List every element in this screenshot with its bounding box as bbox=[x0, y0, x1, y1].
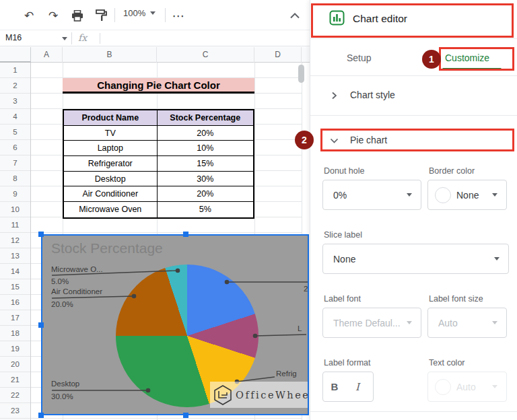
fx-icon: fx bbox=[78, 32, 87, 43]
zoom-level: 100% bbox=[123, 8, 145, 18]
chevron-down-icon bbox=[492, 385, 497, 388]
table-row: TV20% bbox=[64, 126, 253, 141]
row-header-8[interactable]: 8 bbox=[0, 171, 30, 186]
paint-format-icon[interactable] bbox=[93, 7, 110, 24]
tab-setup[interactable]: Setup bbox=[347, 53, 372, 63]
chart-label-desktop-pct: 30.0% bbox=[51, 392, 73, 400]
row-header-20[interactable]: 20 bbox=[0, 357, 30, 372]
table-cell[interactable]: 15% bbox=[158, 156, 253, 172]
annotation-badge-2: 2 bbox=[295, 131, 314, 149]
row-header-column: 1234567891011121314151617181920212223 bbox=[0, 63, 31, 420]
table-cell[interactable]: Desktop bbox=[64, 172, 158, 187]
row-header-1[interactable]: 1 bbox=[0, 63, 30, 78]
select-all-corner[interactable] bbox=[0, 47, 31, 63]
table-cell[interactable]: 20% bbox=[158, 186, 253, 202]
table-header-row: Product NameStock Percentage bbox=[64, 110, 253, 126]
bold-button[interactable]: B bbox=[323, 381, 346, 392]
row-header-15[interactable]: 15 bbox=[0, 279, 30, 295]
chevron-down-icon bbox=[492, 321, 497, 324]
row-header-18[interactable]: 18 bbox=[0, 326, 30, 341]
tab-customize[interactable]: Customize bbox=[445, 53, 489, 63]
watermark-text: OfficeWheel bbox=[236, 390, 309, 400]
panel-title: Chart editor bbox=[353, 13, 407, 25]
label-format-group: B I bbox=[322, 372, 374, 402]
row-header-17[interactable]: 17 bbox=[0, 310, 30, 326]
row-header-14[interactable]: 14 bbox=[0, 264, 30, 279]
table-cell[interactable]: Laptop bbox=[64, 141, 158, 156]
row-header-9[interactable]: 9 bbox=[0, 186, 30, 202]
separator bbox=[100, 33, 100, 44]
table-cell[interactable]: 10% bbox=[158, 141, 253, 156]
row-header-12[interactable]: 12 bbox=[0, 233, 30, 248]
collapse-toolbar-icon[interactable] bbox=[286, 7, 304, 24]
table-cell[interactable]: Product Name bbox=[64, 110, 158, 126]
chart-label-air-conditioner-pct: 20.0% bbox=[51, 300, 73, 308]
row-header-21[interactable]: 21 bbox=[0, 372, 30, 388]
label-font-select: Theme Defaul... bbox=[322, 308, 421, 338]
chart-handle-mid-left[interactable] bbox=[38, 322, 44, 328]
chart-handle-bottom-mid[interactable] bbox=[183, 413, 188, 418]
table-row: Air Conditioner20% bbox=[64, 186, 253, 202]
pie-chart-object[interactable]: Stock Percentage Microwave O... 5.0% Air… bbox=[41, 234, 309, 415]
table-cell[interactable]: Refrigerator bbox=[64, 156, 158, 172]
name-box[interactable]: M16 bbox=[5, 33, 22, 42]
italic-button[interactable]: I bbox=[346, 381, 369, 393]
table-cell[interactable]: Air Conditioner bbox=[64, 186, 158, 202]
print-icon[interactable] bbox=[69, 7, 86, 24]
row-header-19[interactable]: 19 bbox=[0, 341, 30, 357]
text-color-label: Text color bbox=[429, 358, 465, 368]
table-cell[interactable]: 30% bbox=[158, 172, 253, 187]
slice-label-select[interactable]: None bbox=[322, 244, 509, 274]
chevron-right-icon[interactable] bbox=[330, 90, 338, 102]
row-header-22[interactable]: 22 bbox=[0, 388, 30, 403]
table-cell[interactable]: 20% bbox=[158, 126, 253, 141]
more-options-icon[interactable]: ⋯ bbox=[170, 7, 187, 24]
border-color-select[interactable]: None bbox=[427, 180, 507, 210]
sheet-title-cell[interactable]: Changing Pie Chart Color bbox=[63, 78, 254, 94]
chevron-down-icon bbox=[150, 11, 156, 15]
row-header-23[interactable]: 23 bbox=[0, 403, 30, 419]
row-header-4[interactable]: 4 bbox=[0, 109, 30, 125]
row-header-7[interactable]: 7 bbox=[0, 155, 30, 171]
name-box-chevron-icon[interactable] bbox=[62, 37, 67, 40]
chart-handle-bottom-left[interactable] bbox=[38, 413, 44, 418]
row-header-6[interactable]: 6 bbox=[0, 140, 30, 155]
zoom-control[interactable]: 100% bbox=[123, 8, 156, 18]
column-header-D[interactable]: D bbox=[254, 47, 302, 63]
chart-handle-top-left[interactable] bbox=[38, 232, 44, 237]
table-cell[interactable]: 5% bbox=[158, 202, 253, 217]
toolbar-separator bbox=[165, 8, 166, 22]
table-row: Laptop10% bbox=[64, 141, 253, 156]
formula-bar: M16 fx bbox=[0, 31, 310, 46]
row-header-10[interactable]: 10 bbox=[0, 202, 30, 217]
row-header-3[interactable]: 3 bbox=[0, 94, 30, 109]
section-chart-style[interactable]: Chart style bbox=[350, 90, 395, 100]
column-header-A[interactable]: A bbox=[31, 47, 63, 63]
chevron-down-icon[interactable] bbox=[330, 135, 339, 147]
chevron-down-icon bbox=[407, 321, 412, 324]
chart-label-refrigerator-clipped: Refrig bbox=[276, 370, 297, 378]
toolbar-separator bbox=[114, 8, 115, 22]
table-cell[interactable]: Stock Percentage bbox=[158, 110, 253, 126]
table-cell[interactable]: Microwave Oven bbox=[64, 202, 158, 217]
row-header-11[interactable]: 11 bbox=[0, 217, 30, 233]
table-cell[interactable]: TV bbox=[64, 126, 158, 141]
donut-hole-select[interactable]: 0% bbox=[322, 180, 421, 210]
data-table: Product NameStock PercentageTV20%Laptop1… bbox=[63, 109, 254, 219]
column-header-C[interactable]: C bbox=[157, 47, 254, 63]
separator bbox=[71, 32, 72, 44]
chart-label-tv-pct-clipped: 2 bbox=[304, 285, 308, 293]
row-header-16[interactable]: 16 bbox=[0, 295, 30, 310]
color-swatch-icon bbox=[435, 187, 451, 203]
chart-handle-top-mid[interactable] bbox=[183, 232, 188, 237]
row-header-13[interactable]: 13 bbox=[0, 248, 30, 264]
section-pie-chart[interactable]: Pie chart bbox=[350, 135, 387, 145]
row-header-5[interactable]: 5 bbox=[0, 125, 30, 140]
column-header-B[interactable]: B bbox=[63, 47, 157, 63]
row-header-2[interactable]: 2 bbox=[0, 78, 30, 94]
border-color-label: Border color bbox=[429, 166, 475, 176]
vertical-scrollbar-thumb[interactable] bbox=[298, 65, 304, 83]
undo-icon[interactable]: ↶ bbox=[20, 7, 38, 24]
redo-icon[interactable]: ↷ bbox=[44, 7, 62, 24]
officewheel-logo-icon bbox=[213, 384, 233, 406]
